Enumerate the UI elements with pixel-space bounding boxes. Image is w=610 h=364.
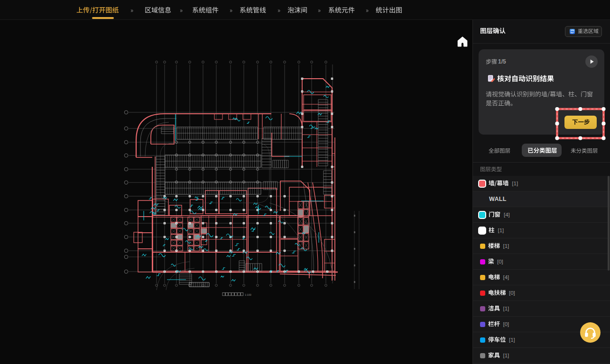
svg-text:1:100: 1:100 xyxy=(245,293,251,296)
